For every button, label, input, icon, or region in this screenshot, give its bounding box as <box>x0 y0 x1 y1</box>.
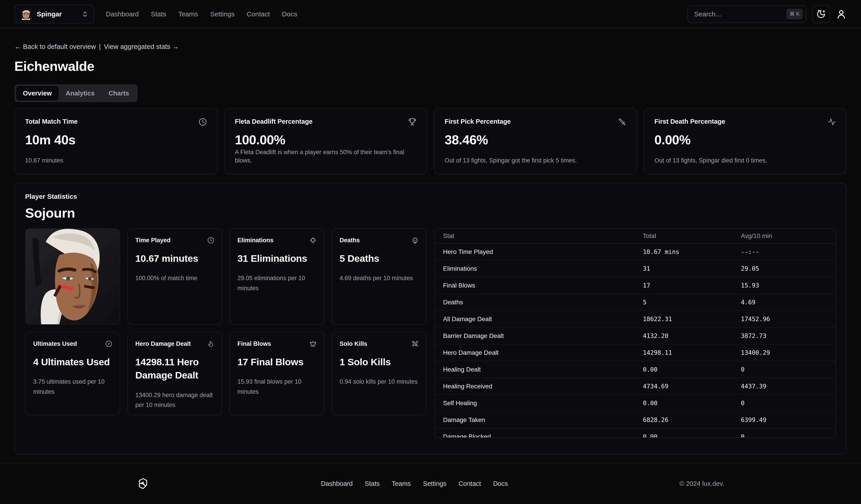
stat-card-value: 10m 40s <box>25 132 207 147</box>
hero-card-deaths: Deaths 5 Deaths 4.69 deaths per 10 minut… <box>332 228 427 325</box>
view-aggregated-stats-link[interactable]: View aggregated stats → <box>104 43 179 51</box>
search-kbd-shortcut: ⌘ K <box>786 9 803 19</box>
hero-name: Sojourn <box>25 205 836 221</box>
hero-card-title: Final Blows <box>237 340 271 347</box>
hero-card-eliminations: Eliminations 31 Eliminations 29.05 elimi… <box>229 228 325 325</box>
table-row: Barrier Damage Dealt4132.203872.73 <box>435 327 835 345</box>
tab-analytics[interactable]: Analytics <box>59 86 101 100</box>
table-row: Healing Dealt0.000 <box>435 361 835 378</box>
footer-link-teams[interactable]: Teams <box>392 480 411 487</box>
hero-card-title: Eliminations <box>237 237 274 244</box>
nav-link-settings[interactable]: Settings <box>210 10 234 18</box>
table-row: Damage Blocked0.000 <box>435 429 835 438</box>
hero-card-description: 3.75 ultimates used per 10 minutes <box>33 377 112 397</box>
stat-card-title: First Death Percentage <box>655 118 725 125</box>
hero-card-title: Solo Kills <box>340 340 367 347</box>
hero-card-description: 4.69 deaths per 10 minutes <box>340 273 419 283</box>
footer-link-stats[interactable]: Stats <box>365 480 380 487</box>
stat-card-value: 38.46% <box>445 132 626 147</box>
search-box[interactable]: ⌘ K <box>687 5 806 23</box>
stat-card-fleta-deadlift: Fleta Deadlift Percentage 100.00% A Flet… <box>224 108 427 174</box>
stat-card-title: Fleta Deadlift Percentage <box>235 118 313 125</box>
nav-link-teams[interactable]: Teams <box>178 10 198 18</box>
tab-charts[interactable]: Charts <box>102 86 136 100</box>
clock-icon <box>207 237 214 243</box>
nav-link-dashboard[interactable]: Dashboard <box>106 10 139 18</box>
theme-toggle-button[interactable] <box>812 5 830 23</box>
footer-link-settings[interactable]: Settings <box>423 480 447 487</box>
stat-card-description: 10.67 minutes <box>25 156 207 165</box>
top-nav: Spingar Dashboard Stats Teams Settings C… <box>0 0 861 28</box>
hero-card-time-played: Time Played 10.67 minutes 100.00% of mat… <box>127 228 222 325</box>
summary-stat-grid: Total Match Time 10m 40s 10.67 minutes F… <box>14 108 847 174</box>
footer-link-contact[interactable]: Contact <box>459 480 481 487</box>
footer-link-docs[interactable]: Docs <box>493 480 508 487</box>
hero-card-description: 13400.29 hero damage dealt per 10 minute… <box>135 390 214 410</box>
player-statistics-panel: Player Statistics Sojourn <box>14 183 847 455</box>
tab-overview[interactable]: Overview <box>16 86 58 100</box>
search-input[interactable] <box>694 10 786 18</box>
player-statistics-heading: Player Statistics <box>25 193 836 200</box>
nav-link-stats[interactable]: Stats <box>151 10 166 18</box>
hero-card-description: 15.93 final blows per 10 minutes <box>237 377 316 397</box>
hero-card-title: Deaths <box>340 237 360 244</box>
hero-portrait <box>25 228 120 325</box>
table-row: Hero Time Played10.67 mins--:-- <box>435 243 835 261</box>
clock-icon <box>199 118 207 126</box>
user-menu-button[interactable] <box>836 9 847 19</box>
hero-card-value: 1 Solo Kills <box>340 355 419 369</box>
table-row: All Damage Dealt18622.3117452.96 <box>435 311 835 327</box>
hero-card-value: 4 Ultimates Used <box>33 355 112 369</box>
footer: Dashboard Stats Teams Settings Contact D… <box>0 463 861 504</box>
table-row: Healing Received4734.694437.39 <box>435 378 835 395</box>
moon-stars-icon <box>816 10 826 19</box>
hero-card-description: 29.05 eliminations per 10 minutes <box>237 273 316 293</box>
main-content: ← Back to default overview | View aggreg… <box>0 28 861 463</box>
hero-card-solo-kills: Solo Kills 1 Solo Kills 0.94 solo kills … <box>332 332 427 415</box>
footer-nav: Dashboard Stats Teams Settings Contact D… <box>321 480 508 487</box>
sword-icon <box>618 118 626 126</box>
stat-card-value: 100.00% <box>235 132 416 147</box>
crown-icon <box>310 340 316 347</box>
nav-link-contact[interactable]: Contact <box>247 10 270 18</box>
chevrons-up-down-icon <box>82 11 88 17</box>
table-row: Damage Taken6828.266399.49 <box>435 412 835 429</box>
stat-card-description: A Fleta Deadlift is when a player earns … <box>235 148 416 165</box>
stat-card-description: Out of 13 fights, Spingar got the first … <box>445 156 626 165</box>
hero-card-ultimates-used: Ultimates Used 4 Ultimates Used 3.75 ult… <box>25 332 120 415</box>
nav-left: Spingar Dashboard Stats Teams Settings C… <box>14 5 297 24</box>
footer-link-dashboard[interactable]: Dashboard <box>321 480 353 487</box>
trophy-icon <box>408 118 416 126</box>
user-icon <box>836 9 847 19</box>
hero-stat-card-grid: Time Played 10.67 minutes 100.00% of mat… <box>25 228 426 415</box>
flame-icon <box>207 340 214 347</box>
stat-card-total-match-time: Total Match Time 10m 40s 10.67 minutes <box>14 108 218 174</box>
team-selector[interactable]: Spingar <box>14 5 94 24</box>
hero-card-hero-damage-dealt: Hero Damage Dealt 14298.11 Hero Damage D… <box>127 332 222 415</box>
circle-check-icon <box>105 340 112 347</box>
hero-card-description: 0.94 solo kills per 10 minutes <box>340 377 419 387</box>
stat-card-value: 0.00% <box>655 132 836 147</box>
table-row: Final Blows1715.93 <box>435 277 835 294</box>
player-stats-table: Stat Total Avg/10 min Hero Time Played10… <box>435 228 836 438</box>
skull-icon <box>412 237 419 243</box>
table-header: Stat Total Avg/10 min <box>435 229 835 243</box>
hero-card-final-blows: Final Blows 17 Final Blows 15.93 final b… <box>229 332 325 415</box>
nav-link-docs[interactable]: Docs <box>282 10 297 18</box>
breadcrumb-separator: | <box>99 43 101 51</box>
table-row: Hero Damage Dealt14298.1113400.29 <box>435 345 835 361</box>
hero-card-value: 14298.11 Hero Damage Dealt <box>135 355 214 382</box>
stat-card-title: Total Match Time <box>25 118 78 125</box>
copyright: © 2024 lux.dev. <box>679 480 724 487</box>
swords-icon <box>412 340 419 347</box>
breadcrumb: ← Back to default overview | View aggreg… <box>14 43 847 51</box>
table-header-stat: Stat <box>443 233 643 240</box>
page-title: Eichenwalde <box>14 58 847 74</box>
stat-card-title: First Pick Percentage <box>445 118 511 125</box>
hero-card-title: Hero Damage Dealt <box>135 340 191 347</box>
hero-card-value: 5 Deaths <box>340 252 419 265</box>
table-row: Self Healing0.000 <box>435 395 835 412</box>
tab-bar: Overview Analytics Charts <box>14 84 138 102</box>
stat-card-first-death: First Death Percentage 0.00% Out of 13 f… <box>644 108 847 174</box>
back-to-overview-link[interactable]: ← Back to default overview <box>14 43 96 51</box>
